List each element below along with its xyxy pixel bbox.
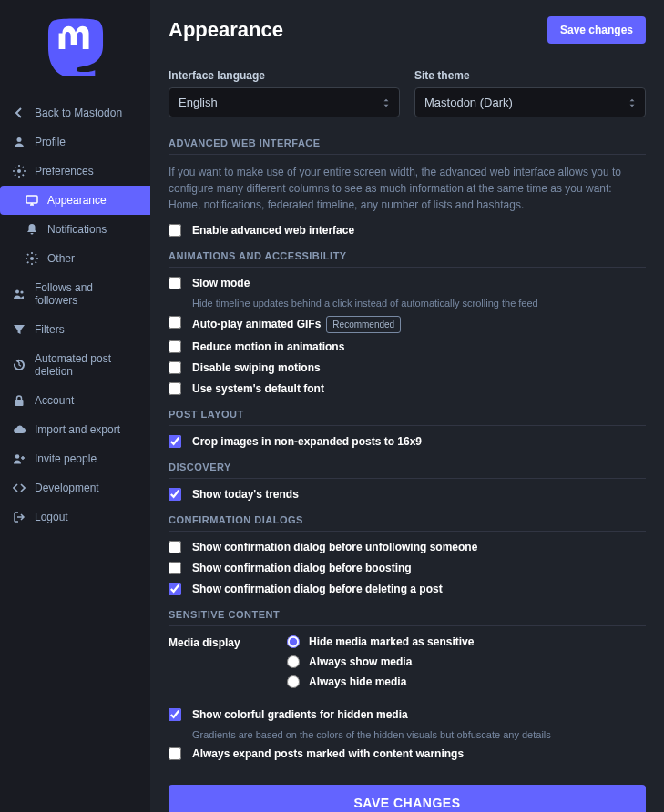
user-plus-icon	[13, 452, 26, 465]
checkbox-label-expandcw[interactable]: Always expand posts marked with content …	[192, 747, 464, 761]
checkbox-label-trends[interactable]: Show today's trends	[192, 488, 299, 502]
radio-label-hide-sens[interactable]: Hide media marked as sensitive	[309, 635, 474, 648]
radio-row-always-hide: Always hide media	[287, 675, 646, 688]
checkbox-row-gradient: Show colorful gradients for hidden media	[169, 708, 646, 722]
radio-row-hide-sens: Hide media marked as sensitive	[287, 635, 646, 648]
checkbox-crop[interactable]	[169, 435, 181, 448]
checkbox-label-gradient[interactable]: Show colorful gradients for hidden media	[192, 708, 408, 722]
sidebar-item-appearance[interactable]: Appearance	[0, 186, 150, 215]
section-title-discovery: DISCOVERY	[169, 462, 646, 479]
sidebar-item-import[interactable]: Import and export	[0, 415, 150, 444]
save-button-bottom[interactable]: SAVE CHANGES	[169, 785, 646, 812]
checkbox-row-sysfont: Use system's default font	[169, 382, 646, 396]
settings-sections: ADVANCED WEB INTERFACEIf you want to mak…	[169, 137, 646, 761]
checkbox-label-slow[interactable]: Slow mode	[192, 277, 250, 290]
checkbox-row-expandcw: Always expand posts marked with content …	[169, 747, 646, 761]
checkbox-autoplay[interactable]	[169, 316, 181, 329]
radio-always-hide[interactable]	[287, 675, 300, 688]
sidebar-item-label: Notifications	[47, 223, 107, 236]
radio-group-media-display: Media displayHide media marked as sensit…	[169, 635, 646, 695]
checkbox-label-boost[interactable]: Show confirmation dialog before boosting	[192, 562, 412, 575]
checkbox-swipe[interactable]	[169, 361, 181, 374]
checkbox-row-slow: Slow mode	[169, 277, 646, 290]
section-title-layout: POST LAYOUT	[169, 409, 646, 426]
sidebar: Back to MastodonProfilePreferencesAppear…	[0, 0, 150, 812]
checkbox-row-autoplay: Auto-play animated GIFsRecommended	[169, 316, 646, 333]
radio-label-always-show[interactable]: Always show media	[309, 655, 412, 668]
checkbox-label-sysfont[interactable]: Use system's default font	[192, 382, 324, 396]
mastodon-logo-icon	[47, 16, 104, 76]
sidebar-item-invite[interactable]: Invite people	[0, 444, 150, 473]
checkbox-label-delete[interactable]: Show confirmation dialog before deleting…	[192, 583, 443, 596]
checkbox-row-crop: Crop images in non-expanded posts to 16x…	[169, 435, 646, 449]
logout-icon	[13, 511, 26, 523]
checkbox-row-swipe: Disable swiping motions	[169, 361, 646, 375]
section-title-advanced: ADVANCED WEB INTERFACE	[169, 137, 646, 155]
checkbox-label-autoplay[interactable]: Auto-play animated GIFsRecommended	[192, 316, 401, 333]
hint-slow: Hide timeline updates behind a click ins…	[192, 298, 646, 309]
checkbox-label-crop[interactable]: Crop images in non-expanded posts to 16x…	[192, 435, 422, 449]
bell-icon	[26, 223, 38, 236]
badge-recommended: Recommended	[326, 316, 401, 333]
radio-always-show[interactable]	[287, 655, 300, 668]
interface-language-select[interactable]: English	[169, 87, 400, 117]
sidebar-item-label: Preferences	[35, 165, 94, 178]
section-title-confirm: CONFIRMATION DIALOGS	[169, 514, 646, 532]
checkbox-label-reduce[interactable]: Reduce motion in animations	[192, 340, 344, 354]
sidebar-item-label: Back to Mastodon	[35, 107, 122, 119]
sidebar-item-development[interactable]: Development	[0, 473, 150, 502]
history-icon	[13, 359, 26, 371]
sidebar-item-logout[interactable]: Logout	[0, 502, 150, 532]
sidebar-item-notifications[interactable]: Notifications	[0, 215, 150, 244]
checkbox-row-boost: Show confirmation dialog before boosting	[169, 562, 646, 575]
sidebar-item-account[interactable]: Account	[0, 386, 150, 415]
radio-row-always-show: Always show media	[287, 655, 646, 668]
save-button-top[interactable]: Save changes	[547, 16, 646, 44]
checkbox-label-adv-enable[interactable]: Enable advanced web interface	[192, 224, 354, 238]
checkbox-label-unfollow[interactable]: Show confirmation dialog before unfollow…	[192, 541, 477, 554]
radio-label-always-hide[interactable]: Always hide media	[309, 675, 406, 688]
section-title-anim: ANIMATIONS AND ACCESSIBILITY	[169, 250, 646, 268]
sidebar-item-label: Other	[47, 252, 75, 265]
checkbox-unfollow[interactable]	[169, 541, 181, 553]
checkbox-delete[interactable]	[169, 583, 181, 595]
sidebar-item-profile[interactable]: Profile	[0, 127, 150, 157]
sidebar-item-label: Logout	[35, 511, 68, 523]
checkbox-row-trends: Show today's trends	[169, 488, 646, 502]
code-icon	[13, 482, 26, 494]
select-row: Interface language English Site theme Ma…	[169, 69, 646, 117]
sidebar-item-label: Follows and followers	[35, 281, 138, 307]
checkbox-boost[interactable]	[169, 562, 181, 574]
checkbox-adv-enable[interactable]	[169, 224, 181, 237]
sidebar-item-filters[interactable]: Filters	[0, 315, 150, 344]
sidebar-item-label: Account	[35, 394, 74, 407]
checkbox-label-swipe[interactable]: Disable swiping motions	[192, 361, 321, 375]
checkbox-expandcw[interactable]	[169, 747, 181, 760]
checkbox-gradient[interactable]	[169, 708, 181, 721]
site-theme-select[interactable]: Mastodon (Dark)	[414, 87, 646, 117]
checkbox-row-delete: Show confirmation dialog before deleting…	[169, 583, 646, 596]
checkbox-row-unfollow: Show confirmation dialog before unfollow…	[169, 541, 646, 554]
sidebar-item-label: Appearance	[47, 194, 107, 207]
sidebar-item-preferences[interactable]: Preferences	[0, 157, 150, 186]
checkbox-reduce[interactable]	[169, 340, 181, 353]
chevron-left-icon	[13, 107, 26, 119]
desktop-icon	[26, 194, 38, 207]
nav-list: Back to MastodonProfilePreferencesAppear…	[0, 98, 150, 532]
section-desc-advanced: If you want to make use of your entire s…	[169, 164, 646, 213]
interface-language-label: Interface language	[169, 69, 400, 82]
sidebar-item-autodel[interactable]: Automated post deletion	[0, 344, 150, 386]
cloud-icon	[13, 423, 26, 436]
sidebar-item-back[interactable]: Back to Mastodon	[0, 98, 150, 127]
gear-icon	[13, 165, 26, 178]
sidebar-item-other[interactable]: Other	[0, 244, 150, 273]
filter-icon	[13, 323, 26, 336]
radio-hide-sens[interactable]	[287, 635, 300, 648]
checkbox-trends[interactable]	[169, 488, 181, 501]
sidebar-item-label: Development	[35, 482, 99, 494]
checkbox-sysfont[interactable]	[169, 382, 181, 395]
checkbox-slow[interactable]	[169, 277, 181, 289]
sidebar-item-label: Filters	[35, 323, 65, 336]
user-icon	[13, 136, 26, 148]
sidebar-item-follows[interactable]: Follows and followers	[0, 273, 150, 315]
